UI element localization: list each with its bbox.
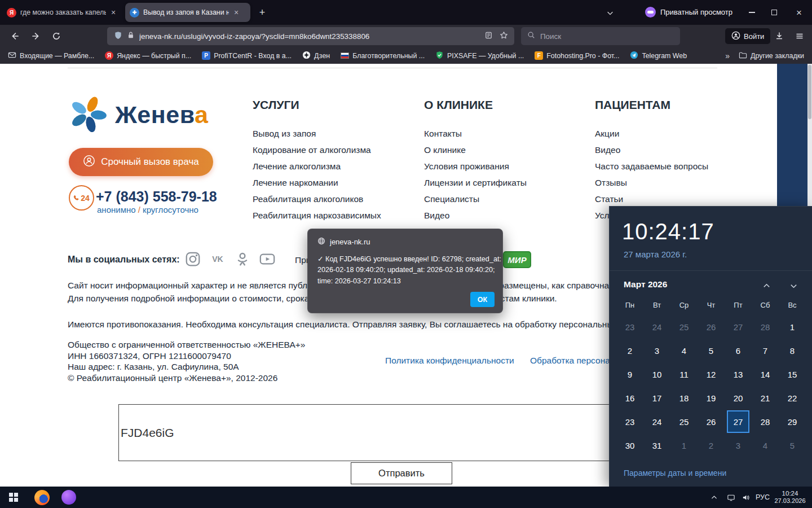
- window-minimize-button[interactable]: [744, 5, 759, 20]
- youtube-icon[interactable]: [258, 250, 276, 268]
- language-indicator[interactable]: РУС: [756, 487, 770, 508]
- bookmarks-overflow-chevron[interactable]: »: [725, 51, 730, 60]
- tray-display-icon[interactable]: [724, 487, 738, 508]
- tray-expand-chevron[interactable]: [706, 487, 722, 508]
- footer-nav-link[interactable]: Кодирование от алкоголизма: [253, 142, 381, 158]
- taskbar-firefox-button[interactable]: [29, 487, 54, 508]
- taskbar-app-button[interactable]: [56, 487, 81, 508]
- footer-nav-link[interactable]: Условия проживания: [424, 158, 527, 174]
- date-time-settings-link[interactable]: Параметры даты и времени: [624, 468, 726, 478]
- tab-close-icon[interactable]: ×: [233, 8, 240, 17]
- calendar-day[interactable]: 9: [616, 362, 643, 386]
- vk-icon[interactable]: VK: [209, 250, 227, 268]
- bookmark-charity[interactable]: Благотворительный ...: [341, 52, 425, 60]
- calendar-day[interactable]: 30: [616, 433, 643, 457]
- calendar-day[interactable]: 25: [670, 315, 698, 339]
- urgent-call-button[interactable]: Срочный вызов врача: [69, 148, 213, 176]
- lock-icon[interactable]: [127, 31, 135, 41]
- calendar-day[interactable]: 20: [725, 386, 752, 410]
- calendar-day[interactable]: 2: [616, 339, 643, 362]
- bookmark-telegram[interactable]: Telegram Web: [630, 51, 687, 61]
- footer-nav-link[interactable]: Реабилитация алкоголиков: [253, 191, 381, 207]
- window-close-button[interactable]: ×: [792, 5, 806, 20]
- odnoklassniki-icon[interactable]: [233, 250, 251, 268]
- privacy-policy-link[interactable]: Политика конфиденциальности: [385, 356, 514, 366]
- calendar-day[interactable]: 27: [725, 315, 752, 339]
- footer-nav-link[interactable]: Отзывы: [595, 174, 708, 191]
- back-button[interactable]: [10, 32, 19, 41]
- login-button[interactable]: Войти: [725, 28, 770, 44]
- footer-nav-link[interactable]: О клинике: [424, 142, 527, 158]
- footer-nav-link[interactable]: Лечение алкоголизма: [253, 158, 381, 174]
- footer-nav-link[interactable]: Статьи: [595, 191, 708, 207]
- new-tab-button[interactable]: +: [255, 5, 270, 20]
- calendar-day[interactable]: 17: [643, 386, 670, 410]
- calendar-day[interactable]: 12: [698, 362, 725, 386]
- browser-tab-2-active[interactable]: ✚ Вывод из запоя в Казани на дому ×: [125, 3, 250, 22]
- taskbar-clock[interactable]: 10:24 27.03.2026: [773, 487, 807, 508]
- calendar-day[interactable]: 25: [670, 410, 698, 433]
- footer-nav-link[interactable]: Видео: [424, 207, 527, 224]
- bookmark-star-icon[interactable]: [500, 31, 508, 42]
- calendar-day[interactable]: 3: [643, 339, 670, 362]
- menu-hamburger-icon[interactable]: [795, 32, 804, 41]
- footer-nav-link[interactable]: Контакты: [424, 125, 527, 142]
- footer-nav-link[interactable]: Реабилитация наркозависимых: [253, 207, 381, 224]
- calendar-day[interactable]: 26: [698, 410, 725, 433]
- url-bar[interactable]: jeneva-nk.ru/uslugi/vyvod-iz-zapoya/?ysc…: [107, 27, 514, 45]
- calendar-day[interactable]: 27: [725, 410, 752, 433]
- code-input[interactable]: [118, 404, 684, 461]
- calendar-day[interactable]: 1: [670, 433, 698, 457]
- instagram-icon[interactable]: [184, 250, 202, 268]
- bookmark-profitcentr[interactable]: P ProfiTCentR - Вход в а...: [202, 51, 292, 60]
- start-button[interactable]: [0, 487, 27, 508]
- calendar-day[interactable]: 2: [698, 433, 725, 457]
- calendar-day[interactable]: 26: [698, 315, 725, 339]
- calendar-day[interactable]: 3: [725, 433, 752, 457]
- footer-nav-link[interactable]: Специалисты: [424, 191, 527, 207]
- calendar-day[interactable]: 19: [698, 386, 725, 410]
- calendar-day[interactable]: 24: [643, 315, 670, 339]
- calendar-day[interactable]: 16: [616, 386, 643, 410]
- calendar-day[interactable]: 28: [752, 410, 779, 433]
- submit-button[interactable]: Отправить: [351, 462, 452, 484]
- calendar-day[interactable]: 15: [779, 362, 806, 386]
- other-bookmarks-folder[interactable]: Другие закладки: [739, 51, 804, 61]
- footer-nav-link[interactable]: Вывод из запоя: [253, 125, 381, 142]
- calendar-day[interactable]: 4: [670, 339, 698, 362]
- calendar-day[interactable]: 4: [752, 433, 779, 457]
- calendar-day[interactable]: 21: [752, 386, 779, 410]
- clinic-logo-text[interactable]: Женева: [115, 101, 208, 129]
- tab-close-icon[interactable]: ×: [110, 8, 117, 17]
- calendar-day[interactable]: 28: [752, 315, 779, 339]
- phone-number[interactable]: +7 (843) 558-79-18: [96, 189, 217, 205]
- calendar-day[interactable]: 5: [779, 433, 806, 457]
- tray-volume-icon[interactable]: [739, 487, 752, 508]
- calendar-day[interactable]: 6: [725, 339, 752, 362]
- bookmark-fotohosting[interactable]: F Fotohosting.Pro - Фот...: [535, 51, 619, 60]
- calendar-day[interactable]: 5: [698, 339, 725, 362]
- footer-nav-link[interactable]: Лечение наркомании: [253, 174, 381, 191]
- reload-button[interactable]: [52, 32, 61, 41]
- calendar-day[interactable]: 11: [670, 362, 698, 386]
- bookmark-yandex[interactable]: Я Яндекс — быстрый п...: [105, 51, 191, 60]
- calendar-day[interactable]: 8: [779, 339, 806, 362]
- scrollbar-thumb[interactable]: [808, 65, 811, 119]
- calendar-month-label[interactable]: Март 2026: [624, 279, 667, 290]
- forward-button[interactable]: [32, 32, 41, 41]
- footer-nav-link[interactable]: Видео: [595, 142, 708, 158]
- list-all-tabs-chevron-icon[interactable]: [604, 7, 616, 19]
- alert-ok-button[interactable]: ОК: [470, 292, 495, 307]
- calendar-day[interactable]: 10: [643, 362, 670, 386]
- calendar-day[interactable]: 31: [643, 433, 670, 457]
- footer-nav-link[interactable]: Акции: [595, 125, 708, 142]
- footer-nav-link[interactable]: Часто задаваемые вопросы: [595, 158, 708, 174]
- tracking-shield-icon[interactable]: [114, 31, 122, 42]
- window-maximize-button[interactable]: [767, 5, 782, 20]
- calendar-day[interactable]: 13: [725, 362, 752, 386]
- calendar-day[interactable]: 29: [779, 410, 806, 433]
- calendar-day[interactable]: 7: [752, 339, 779, 362]
- bookmark-pixsafe[interactable]: PIXSAFE — Удобный ...: [435, 51, 524, 61]
- calendar-day[interactable]: 18: [670, 386, 698, 410]
- calendar-day[interactable]: 14: [752, 362, 779, 386]
